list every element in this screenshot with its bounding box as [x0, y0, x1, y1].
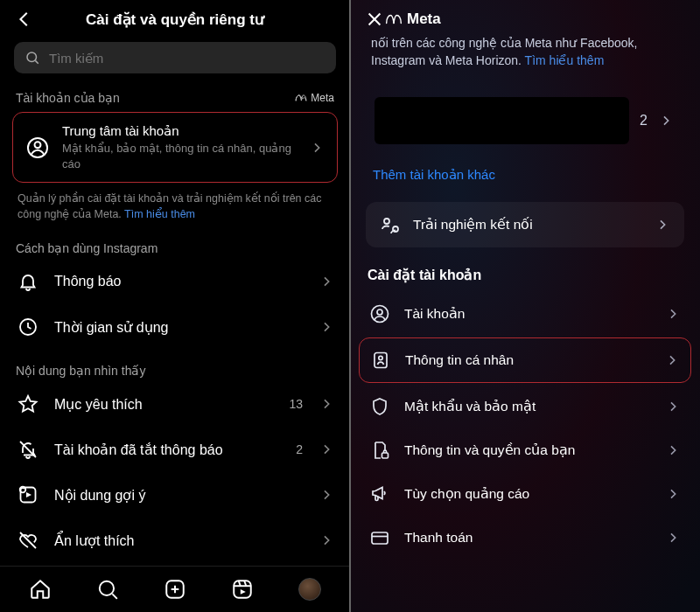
document-lock-icon: [369, 440, 390, 461]
header: Meta: [350, 0, 700, 35]
chevron-right-icon: [658, 113, 674, 129]
account-row[interactable]: 2: [369, 88, 681, 153]
row-accounts[interactable]: Tài khoản: [350, 292, 700, 336]
connected-icon: [380, 214, 401, 235]
chevron-right-icon: [318, 274, 334, 289]
accounts-center-card[interactable]: Trung tâm tài khoản Mật khẩu, bảo mật, t…: [12, 112, 338, 183]
account-redacted: [374, 97, 629, 144]
bell-icon: [16, 269, 40, 294]
svg-marker-8: [26, 492, 32, 497]
accounts-center-description: Quản lý phần cài đặt tài khoản và trải n…: [0, 188, 350, 234]
svg-rect-29: [382, 453, 388, 458]
section-account-header: Tài khoản của bạn Meta: [0, 84, 350, 108]
connected-experiences-card[interactable]: Trải nghiệm kết nối: [366, 202, 684, 247]
meta-brand-header: Meta: [385, 10, 665, 28]
accounts-center-description: nối trên các công nghệ của Meta như Face…: [350, 35, 700, 76]
svg-point-11: [100, 581, 114, 595]
shield-icon: [369, 396, 390, 417]
section-account-settings: Cài đặt tài khoản: [350, 253, 700, 292]
id-card-icon: [370, 350, 391, 371]
svg-point-2: [35, 142, 41, 148]
bell-slash-icon: [16, 437, 40, 462]
svg-line-12: [113, 594, 117, 598]
chevron-right-icon: [665, 530, 681, 546]
row-muted-accounts[interactable]: Tài khoản đã tắt thông báo 2: [0, 427, 350, 472]
nav-create[interactable]: [161, 575, 189, 603]
clock-icon: [16, 315, 40, 339]
nav-reels[interactable]: [228, 575, 256, 603]
row-personal-info[interactable]: Thông tin cá nhân: [359, 337, 691, 383]
search-bar[interactable]: [14, 42, 336, 73]
chevron-right-icon: [309, 140, 325, 156]
card-subtitle: Mật khẩu, bảo mật, thông tin cá nhân, qu…: [62, 141, 297, 171]
bottom-nav: [0, 566, 350, 612]
chevron-right-icon: [318, 319, 334, 335]
svg-point-23: [384, 219, 389, 224]
learn-more-link[interactable]: Tìm hiểu thêm: [525, 53, 605, 67]
section-usage-header: Cách bạn dùng Instagram: [0, 234, 350, 259]
chevron-right-icon: [665, 399, 681, 414]
megaphone-icon: [369, 483, 390, 504]
search-icon: [24, 50, 40, 66]
learn-more-link[interactable]: Tìm hiểu thêm: [124, 208, 195, 220]
row-password-security[interactable]: Mật khẩu và bảo mật: [350, 385, 700, 428]
chevron-right-icon: [318, 532, 334, 548]
svg-point-26: [377, 309, 382, 315]
nav-home[interactable]: [26, 575, 54, 603]
chevron-right-icon: [318, 396, 334, 412]
row-suggested-content[interactable]: Nội dung gợi ý: [0, 472, 350, 518]
chevron-right-icon: [665, 486, 681, 502]
row-hide-likes[interactable]: Ẩn lượt thích: [0, 518, 350, 563]
heart-slash-icon: [16, 528, 40, 553]
svg-marker-20: [241, 589, 246, 595]
header: Cài đặt và quyền riêng tư: [0, 0, 350, 35]
section-account-label: Tài khoản của bạn: [16, 91, 120, 105]
close-button[interactable]: [364, 9, 385, 30]
accounts-center-panel: Meta nối trên các công nghệ của Meta như…: [350, 0, 700, 612]
section-content-header: Nội dung bạn nhìn thấy: [0, 357, 350, 381]
svg-point-28: [379, 356, 382, 359]
star-icon: [16, 392, 40, 416]
svg-point-0: [27, 52, 37, 62]
row-favorites[interactable]: Mục yêu thích 13: [0, 381, 350, 427]
chevron-right-icon: [318, 487, 334, 503]
svg-rect-30: [372, 532, 388, 544]
nav-profile[interactable]: [296, 575, 324, 603]
row-notifications[interactable]: Thông báo: [0, 259, 350, 304]
chevron-right-icon: [665, 442, 681, 458]
svg-line-1: [35, 60, 38, 63]
avatar: [298, 578, 321, 601]
card-body: Trung tâm tài khoản Mật khẩu, bảo mật, t…: [62, 123, 297, 171]
chevron-right-icon: [664, 352, 680, 368]
row-payments[interactable]: Thanh toán: [350, 516, 700, 560]
credit-card-icon: [369, 527, 390, 548]
chevron-right-icon: [654, 217, 670, 233]
search-input[interactable]: [49, 51, 326, 66]
chevron-right-icon: [318, 442, 334, 457]
nav-search[interactable]: [94, 575, 122, 603]
row-ad-preferences[interactable]: Tùy chọn quảng cáo: [350, 472, 700, 516]
chevron-right-icon: [665, 306, 681, 322]
svg-rect-16: [234, 581, 251, 598]
panel-separator: [349, 0, 351, 612]
svg-marker-5: [20, 396, 37, 412]
person-circle-icon: [369, 303, 390, 324]
card-title: Trung tâm tài khoản: [62, 123, 297, 139]
add-account-link[interactable]: Thêm tài khoản khác: [350, 162, 700, 197]
back-button[interactable]: [14, 9, 35, 30]
meta-brand-mini: Meta: [295, 92, 334, 104]
settings-panel: Cài đặt và quyền riêng tư Tài khoản của …: [0, 0, 350, 612]
reels-play-icon: [16, 483, 40, 507]
page-title: Cài đặt và quyền riêng tư: [35, 10, 315, 29]
row-info-permissions[interactable]: Thông tin và quyền của bạn: [350, 428, 700, 472]
account-center-icon: [25, 136, 50, 160]
row-screen-time[interactable]: Thời gian sử dụng: [0, 304, 350, 350]
